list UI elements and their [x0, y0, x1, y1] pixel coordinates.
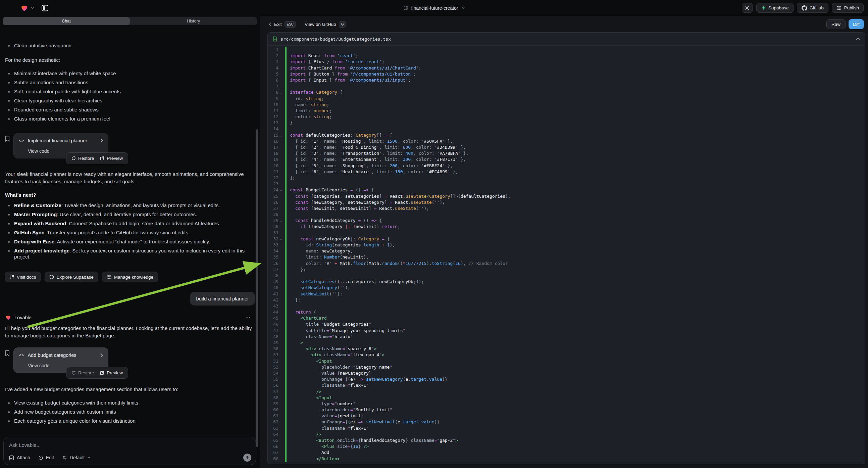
fold-toggle-icon[interactable]: ⌄: [278, 236, 283, 242]
raw-toggle-button[interactable]: Raw: [827, 19, 845, 29]
code-line: 26 const [newCategory, setNewCategory] =…: [268, 199, 865, 205]
message-options-button[interactable]: ⋯: [245, 315, 255, 321]
diff-added-gutter: [285, 376, 286, 382]
code-line: 20 { id: '5', name: 'Shopping', limit: 2…: [268, 163, 865, 169]
fold-toggle-icon[interactable]: ⌄: [278, 187, 283, 193]
edit-mode-button[interactable]: Edit: [38, 455, 54, 460]
fold-gutter: [278, 407, 283, 413]
fold-gutter: [278, 114, 283, 120]
sidebar-toggle-icon: [41, 4, 49, 12]
visit-docs-button[interactable]: Visit docs: [5, 272, 41, 282]
line-number: 49: [268, 340, 278, 346]
diff-added-gutter: [285, 267, 286, 273]
line-number: 54: [268, 370, 278, 376]
fold-gutter: [278, 297, 283, 303]
code-line: 40 setNewCategory('');: [268, 285, 865, 291]
file-header[interactable]: src/components/budget/BudgetCategories.t…: [268, 33, 865, 46]
chat-scrollbar[interactable]: [256, 129, 258, 447]
code-line: 32⌄ const newCategoryObj: Category = {: [268, 236, 865, 242]
chat-input[interactable]: Ask Lovable...: [9, 442, 250, 448]
code-line: 29⌄ const handleAddCategory = () => {: [268, 217, 865, 224]
bookmark-icon[interactable]: [5, 350, 10, 373]
line-number: 29: [268, 217, 278, 224]
exit-button[interactable]: Exit ESC: [269, 21, 296, 28]
fold-gutter: [278, 426, 283, 431]
globe-icon: [403, 5, 408, 10]
line-number: 67: [268, 449, 278, 456]
list-item: Rounded corners and subtle shadows: [5, 107, 255, 113]
line-number: 56: [268, 382, 278, 388]
fold-gutter: [278, 230, 283, 236]
project-switcher[interactable]: financial-future-creator: [403, 5, 465, 11]
line-number: 47: [268, 328, 278, 334]
preview-button[interactable]: Preview: [100, 370, 123, 375]
fold-gutter: [278, 334, 283, 340]
collapse-file-button[interactable]: [856, 38, 860, 40]
github-button[interactable]: GitHub: [797, 3, 829, 13]
fold-gutter: [278, 376, 283, 382]
supabase-button[interactable]: Supabase: [756, 3, 794, 13]
line-number: 9: [268, 96, 278, 102]
tab-history[interactable]: History: [130, 17, 257, 25]
diff-added-gutter: [285, 382, 286, 388]
fold-toggle-icon[interactable]: ⌄: [278, 217, 283, 224]
diff-added-gutter: [285, 431, 286, 437]
fold-gutter: [278, 53, 283, 59]
diff-added-gutter: [285, 449, 286, 456]
fold-gutter: [278, 328, 283, 334]
mode-select[interactable]: Default: [62, 455, 91, 460]
diff-added-gutter: [285, 230, 286, 236]
explore-supabase-button[interactable]: Explore Supabase: [44, 272, 98, 282]
attach-button[interactable]: Attach: [9, 455, 30, 460]
code-line: 63 className="flex-1": [268, 426, 865, 431]
knowledge-box-icon: [107, 274, 112, 279]
fold-toggle-icon[interactable]: ⌄: [278, 89, 283, 95]
tab-chat[interactable]: Chat: [3, 17, 130, 25]
diff-added-gutter: [285, 334, 286, 340]
line-number: 27: [268, 205, 278, 211]
version-card-title: Implement financial planner: [28, 138, 87, 143]
manage-knowledge-button[interactable]: Manage knowledge: [102, 272, 158, 282]
sidebar-toggle-button[interactable]: [40, 3, 50, 13]
line-number: 25: [268, 194, 278, 199]
line-number: 12: [268, 114, 278, 120]
code-diff-view[interactable]: 12import React from 'react';3import { Pl…: [268, 46, 865, 464]
fold-gutter: [278, 126, 283, 132]
restore-button[interactable]: Restore: [71, 156, 94, 161]
preview-button[interactable]: Preview: [100, 156, 123, 161]
code-line: 24⌄const BudgetCategories = () => {: [268, 187, 865, 193]
diff-added-gutter: [285, 53, 286, 59]
bookmark-icon[interactable]: [5, 136, 10, 158]
fold-gutter: [278, 346, 283, 352]
chevron-right-icon[interactable]: [100, 353, 103, 357]
code-line: 67 Add: [268, 449, 865, 456]
line-number: 6: [268, 77, 278, 83]
brand[interactable]: [0, 4, 35, 12]
restore-button[interactable]: Restore: [71, 370, 94, 375]
code-line: 17 { id: '2', name: 'Food & Dining', lim…: [268, 144, 865, 150]
fold-gutter: [278, 431, 283, 437]
fold-toggle-icon[interactable]: ⌄: [278, 132, 283, 138]
settings-button[interactable]: [742, 3, 753, 13]
view-on-github-button[interactable]: View on GitHub G: [305, 21, 346, 28]
code-line: 43: [268, 303, 865, 309]
version-card-row: <> Implement financial planner View code…: [5, 133, 255, 158]
chevron-right-icon[interactable]: [100, 139, 103, 143]
diff-added-gutter: [285, 187, 286, 193]
fold-gutter: [278, 449, 283, 456]
line-number: 3: [268, 59, 278, 65]
send-button[interactable]: [243, 454, 251, 462]
fold-gutter: [278, 315, 283, 321]
code-line: 58 <Input: [268, 395, 865, 401]
line-number: 4: [268, 65, 278, 71]
diff-toggle-button[interactable]: Diff: [848, 19, 864, 29]
code-line: 47 subtitle="Manage your spending limits…: [268, 328, 865, 334]
line-number: 5: [268, 71, 278, 77]
line-number: 8: [268, 89, 278, 95]
code-line: 39 setCategories([...categories, newCate…: [268, 279, 865, 285]
list-item: Each category gets a unique color for vi…: [5, 418, 255, 424]
diff-added-gutter: [285, 315, 286, 321]
publish-button[interactable]: Publish: [832, 3, 864, 13]
fold-gutter: [278, 77, 283, 83]
code-line: 62 onChange={(e) => setNewLimit(e.target…: [268, 419, 865, 425]
